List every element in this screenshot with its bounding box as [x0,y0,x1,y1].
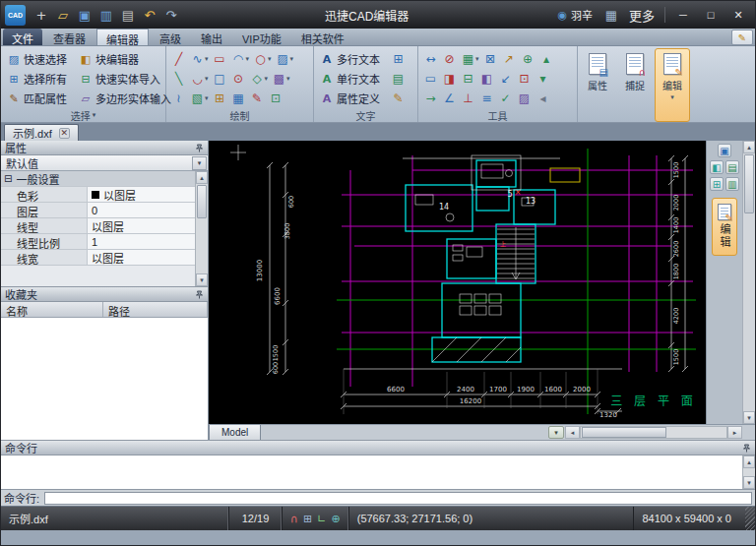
favorites-col-path[interactable]: 路径 [103,302,208,317]
property-value[interactable]: 0 [88,203,195,217]
apps-menu-icon[interactable]: ▦ [600,4,622,26]
draw-tool-0-3[interactable]: ◠▾ [230,51,251,67]
scrollbar-thumb[interactable] [582,427,666,438]
text-side-tool-1[interactable]: ▤ [390,71,407,87]
property-row[interactable]: 图层0 [1,203,195,218]
tools-tool-2-1[interactable]: ∠ [441,91,458,106]
draw-tool-0-4[interactable]: ○▾ [252,51,273,67]
close-tab-icon[interactable]: ✕ [59,128,70,139]
account-button[interactable]: ◉ 羽辛 [551,7,598,23]
tools-tool-2-0[interactable]: → [422,91,439,106]
resize-grip[interactable] [745,507,755,530]
menu-tab-4[interactable]: 输出 [192,29,231,45]
new-button[interactable]: + [31,4,52,26]
style-tool-icon[interactable]: ✎ [731,30,753,45]
draw-tool-1-0[interactable]: ╲ [170,71,187,87]
property-preset-dropdown[interactable]: 默认值 ▾ [1,155,208,171]
close-button[interactable]: ✕ [725,4,751,26]
draw-tool-0-2[interactable]: ▭ [212,51,228,67]
property-row[interactable]: 线型以图层 [1,218,195,234]
ribbon-button-快速选择[interactable]: ▨快速选择 [5,49,69,69]
pin-icon[interactable] [195,144,204,152]
tools-tool-0-6[interactable]: ▴ [538,51,555,67]
panel-button-编辑[interactable]: ✎编辑▾ [655,48,690,122]
canvas-vertical-scrollbar[interactable]: ▴ ▾ [742,141,755,424]
more-button[interactable]: 更多 [624,4,660,26]
tools-tool-1-3[interactable]: ◧ [478,71,495,87]
draw-tool-2-5[interactable]: ⊡ [268,91,284,106]
property-row[interactable]: 线型比例1 [1,234,195,250]
tools-tool-2-5[interactable]: ▨ [516,91,533,106]
draw-tool-0-1[interactable]: ∿▾ [189,51,210,67]
ribbon-button-属性定义[interactable]: A属性定义 [318,89,382,108]
pin-icon[interactable] [742,444,751,453]
status-toggle-icon-2[interactable]: ∟ [317,513,326,525]
panel-button-属性[interactable]: ▤属性 [580,48,615,122]
command-scrollbar[interactable]: ▴ ▾ [742,455,755,489]
dock-tool-1-1[interactable]: ▤ [725,160,739,174]
property-value[interactable]: 以图层 [88,218,195,233]
draw-tool-1-1[interactable]: ◡▾ [189,71,210,87]
open-button[interactable]: ▱ [52,4,74,26]
property-value[interactable]: 1 [88,234,195,249]
text-side-tool-2[interactable]: ✎ [390,91,407,106]
panel-button-捕捉[interactable]: ∩捕捉 [617,48,653,122]
print-button[interactable]: ▤ [117,4,139,26]
ribbon-button-匹配属性[interactable]: ✎匹配属性 [5,89,69,108]
property-group-row[interactable]: ⊟一般设置 [1,171,195,187]
ribbon-button-快速实体导入[interactable]: ⊟快速实体导入 [77,69,173,89]
status-toggle-icon-0[interactable]: ∩ [290,513,298,525]
tools-tool-1-4[interactable]: ↙ [497,71,514,87]
menu-tab-3[interactable]: 高级 [151,29,190,45]
dock-tool-1-0[interactable]: ◧ [710,160,724,174]
document-tab[interactable]: 示例.dxf ✕ [4,124,79,141]
favorites-col-name[interactable]: 名称 [1,302,103,317]
status-toggle-icon-1[interactable]: ⊞ [303,513,312,525]
draw-tool-1-5[interactable]: ▩▾ [271,71,291,87]
scroll-down-icon[interactable]: ▾ [196,273,208,286]
draw-tool-0-0[interactable]: ╱ [170,51,187,67]
draw-tool-2-3[interactable]: ▦ [230,91,247,106]
text-side-tool-0[interactable]: ⊞ [390,51,407,67]
command-input[interactable] [44,492,752,505]
collapse-panel-icon[interactable]: ▾ [548,426,564,439]
draw-tool-1-2[interactable]: □ [212,71,228,87]
save-button[interactable]: ▣ [74,4,95,26]
scroll-up-icon[interactable]: ▴ [743,455,755,468]
dock-edit-button[interactable]: ✎ 编辑 [712,198,737,256]
canvas-horizontal-scrollbar[interactable] [580,426,727,439]
menu-tab-6[interactable]: 相关软件 [292,29,353,45]
tools-tool-2-2[interactable]: ⊥ [460,91,476,106]
menu-tab-5[interactable]: VIP功能 [233,29,290,45]
scroll-right-icon[interactable]: ▸ [727,426,742,439]
property-value[interactable]: 以图层 [88,250,195,265]
menu-tab-2[interactable]: 编辑器 [96,29,149,45]
scroll-up-icon[interactable]: ▴ [743,141,755,153]
redo-button[interactable]: ↷ [160,4,182,26]
ribbon-button-多行文本[interactable]: A多行文本 [318,49,382,69]
tools-tool-2-3[interactable]: ≡ [478,91,495,106]
draw-tool-2-1[interactable]: ▧▾ [189,91,210,106]
draw-tool-1-4[interactable]: ◇▾ [249,71,270,87]
scrollbar-thumb[interactable] [744,154,754,213]
maximize-button[interactable]: □ [698,4,724,26]
tools-tool-1-5[interactable]: ⊡ [516,71,533,87]
tools-tool-2-4[interactable]: ✓ [497,91,514,106]
property-row[interactable]: 线宽以图层 [1,250,195,266]
draw-tool-0-5[interactable]: ▨▾ [275,51,295,67]
draw-tool-2-2[interactable]: ⊞ [212,91,228,106]
tools-tool-1-6[interactable]: ▾ [535,71,551,87]
dock-tool-0-0[interactable]: ▣ [718,144,731,157]
command-history[interactable]: ▴ ▾ [1,455,755,490]
model-tab[interactable]: Model [209,425,261,440]
tools-tool-0-5[interactable]: ⊕ [520,51,536,67]
menu-tab-1[interactable]: 查看器 [44,29,94,45]
scrollbar-thumb[interactable] [197,185,207,218]
group-label-select[interactable]: 选择▾ [5,108,161,122]
collapse-icon[interactable]: ⊟ [4,173,12,184]
draw-tool-2-4[interactable]: ✎ [249,91,266,106]
tools-tool-0-2[interactable]: ▦▾ [460,51,480,67]
save-as-button[interactable]: ▥ [95,4,117,26]
tools-tool-1-0[interactable]: ▭ [422,71,439,87]
dock-tool-2-0[interactable]: ⊞ [710,177,724,191]
